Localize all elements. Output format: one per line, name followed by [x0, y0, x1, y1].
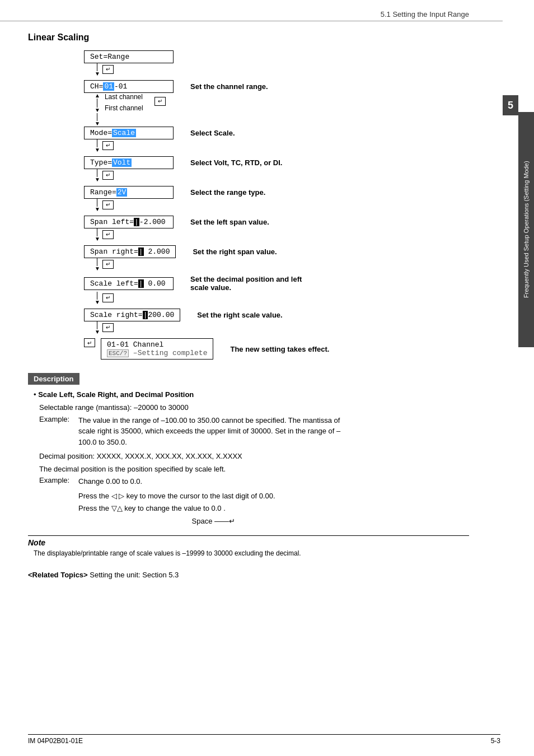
ch-box: CH=01-01 — [84, 80, 174, 93]
scale-left-row: Scale left=| 0.00 Set the decimal positi… — [84, 275, 469, 292]
space-label: Space ——↵ — [78, 516, 235, 527]
mode-row: Mode=Scale Select Scale. — [84, 127, 469, 139]
enter-icon-span-left: ↵ — [102, 230, 117, 239]
enter-icon-scale-left: ↵ — [102, 293, 117, 302]
span-left-label: Set the left span value. — [190, 218, 269, 226]
press1-text: Press the ◁ ▷ key to move the cursor to … — [78, 491, 469, 502]
sidebar-tab: Frequently Used Setup Operations (Settin… — [518, 112, 534, 347]
set-range-row: Set=Range — [84, 50, 469, 63]
final-box: 01-01 Channel ESC/? –Setting complete — [101, 338, 213, 360]
range-box: Range=2V — [84, 186, 174, 199]
related-topics: <Related Topics> Setting the unit: Secti… — [28, 571, 469, 579]
linear-scaling-title: Linear Scaling — [28, 32, 469, 43]
span-right-label: Set the right span value. — [193, 248, 277, 256]
scale-right-row: Scale right=|200.00 Set the right scale … — [84, 309, 469, 321]
description-header: Description — [28, 373, 79, 385]
decimal-desc: The decimal position is the position spe… — [39, 464, 469, 475]
type-row: Type=Volt Select Volt, TC, RTD, or DI. — [84, 156, 469, 169]
section-title-header: 5.1 Setting the Input Range — [381, 10, 469, 18]
chapter-number: 5 — [503, 95, 518, 115]
final-label: The new setting takes effect. — [230, 345, 329, 353]
decimal-position: Decimal position: XXXXX, XXXX.X, XXX.XX,… — [39, 451, 469, 462]
range-label: Select the range type. — [190, 188, 265, 197]
note-text: The displayable/printable range of scale… — [34, 549, 469, 557]
span-right-box: Span right=| 2.000 — [84, 245, 176, 258]
page-header: 5.1 Setting the Input Range — [0, 0, 503, 21]
note-section: Note The displayable/printable range of … — [28, 535, 469, 557]
example-label: Example: — [39, 415, 78, 423]
ch-row: CH=01-01 Set the channel range. — [84, 80, 469, 93]
selectable-range: Selectable range (mantissa): –20000 to 3… — [39, 402, 469, 413]
enter-icon-span-right: ↵ — [102, 259, 117, 269]
enter-icon-ch: ↵ — [154, 96, 169, 106]
example2-label: Example: — [39, 476, 78, 484]
example2-text: Change 0.00 to 0.0. — [78, 476, 142, 487]
bullet-title: Scale Left, Scale Right, and Decimal Pos… — [38, 390, 194, 399]
bullet-icon: • — [34, 390, 38, 399]
desc-bullet: • Scale Left, Scale Right, and Decimal P… — [34, 390, 469, 399]
mode-label: Select Scale. — [190, 129, 235, 137]
scale-left-box: Scale left=| 0.00 — [84, 277, 174, 290]
scale-right-label: Set the right scale value. — [197, 311, 282, 319]
span-right-row: Span right=| 2.000 Set the right span va… — [84, 245, 469, 258]
note-title: Note — [28, 538, 469, 547]
scale-left-label: Set the decimal position and left scale … — [190, 275, 313, 292]
page-footer: IM 04P02B01-01E 5-3 — [28, 734, 500, 745]
scale-right-box: Scale right=|200.00 — [84, 309, 180, 321]
footer-right: 5-3 — [491, 737, 500, 745]
description-section: Description • Scale Left, Scale Right, a… — [28, 373, 469, 526]
set-range-box: Set=Range — [84, 50, 174, 63]
enter-icon-range: ↵ — [102, 200, 117, 209]
related-topics-label: <Related Topics> — [28, 571, 88, 579]
type-label: Select Volt, TC, RTD, or DI. — [190, 158, 282, 167]
mode-box: Mode=Scale — [84, 127, 174, 139]
main-content: Linear Scaling Set=Range ▼ ↵ CH=01-01 Se… — [0, 21, 503, 590]
enter-icon-mode: ↵ — [102, 141, 117, 150]
enter-icon-final: ↵ — [84, 338, 95, 347]
footer-left: IM 04P02B01-01E — [28, 737, 83, 745]
span-left-row: Span left=|-2.000 Set the left span valu… — [84, 216, 469, 228]
enter-icon-1: ↵ — [102, 64, 117, 74]
esc-label: ESC/? — [107, 349, 129, 357]
enter-icon-scale-right: ↵ — [102, 323, 117, 332]
example-text: The value in the range of –100.00 to 350… — [78, 415, 358, 448]
final-row: ↵ 01-01 Channel ESC/? –Setting complete … — [84, 338, 469, 360]
press2-text: Press the ▽△ key to change the value to … — [78, 503, 469, 514]
last-channel-label: Last channel — [105, 93, 143, 101]
related-topics-text: Setting the unit: Section 5.3 — [90, 571, 179, 579]
enter-icon-type: ↵ — [102, 170, 117, 180]
ch-label: Set the channel range. — [190, 82, 268, 91]
type-box: Type=Volt — [84, 156, 174, 169]
flow-diagram: Set=Range ▼ ↵ CH=01-01 Set the channel r… — [84, 50, 469, 360]
range-row: Range=2V Select the range type. — [84, 186, 469, 199]
first-channel-label: First channel — [105, 104, 143, 112]
span-left-box: Span left=|-2.000 — [84, 216, 174, 228]
